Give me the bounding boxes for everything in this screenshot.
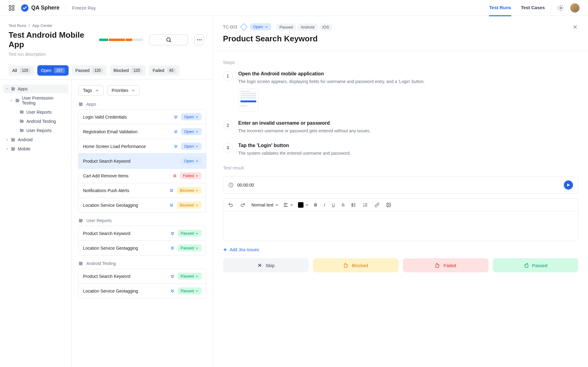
status-pill[interactable]: Open [250,23,271,30]
case-row[interactable]: Registration Email ValidationOpen [78,124,206,139]
chevron-down-icon [290,203,293,206]
filter-all[interactable]: All120 [9,65,34,76]
timer-value: 00:00:00 [237,183,254,187]
failed-button[interactable]: Failed [403,258,488,272]
result-heading: Test result [223,165,578,170]
close-button[interactable] [572,24,578,30]
tree-node[interactable]: User Reports [3,126,68,135]
case-row[interactable]: Location Service GeotaggingPassed [78,283,206,298]
divider [66,4,66,12]
case-row[interactable]: Location Service GeotaggingPassed [78,240,206,255]
filter-tabs: All120Open257Passed120Blocked120Failed43 [0,62,213,79]
priority-low-icon [174,130,178,134]
svg-point-6 [167,38,170,41]
blocked-button[interactable]: Blocked [313,258,399,272]
tag-pill[interactable]: iOS [319,24,332,31]
case-row[interactable]: Cart Add Remove ItemsFailed [78,168,206,183]
user-avatar[interactable] [570,3,579,13]
filter-passed[interactable]: Passed120 [72,65,107,76]
nav-tab-test-runs[interactable]: Test Runs [489,0,511,16]
plus-icon [223,248,227,252]
tree-node[interactable]: Android [3,135,68,144]
more-button[interactable] [194,34,204,45]
logo[interactable]: QA Sphere [21,4,59,12]
status-pill[interactable]: Blocked [177,187,202,194]
tree-node[interactable]: Mobile [3,145,68,153]
bold-button[interactable]: B [313,202,318,208]
play-icon [567,183,570,187]
status-pill[interactable]: Passed [178,230,202,237]
status-pill[interactable]: Failed [180,172,202,179]
passed-button[interactable]: Passed [493,258,579,272]
project-name[interactable]: Freeze Ray [72,5,96,10]
tree-node[interactable]: User Premission Testing [3,94,68,107]
filter-blocked[interactable]: Blocked120 [110,65,146,76]
svg-rect-2 [9,9,11,10]
group-header[interactable]: User Reports [78,218,206,223]
editor-textarea[interactable] [223,211,578,241]
svg-point-13 [352,206,352,206]
folder-tree: AppsUser Premission TestingUser ReportsA… [0,80,72,367]
undo-button[interactable] [227,201,234,209]
breadcrumb: Test Runs/App Center [9,23,204,28]
topbar: QA Sphere Freeze Ray Test RunsTest Cases [0,0,588,16]
status-pill[interactable]: Open [181,128,202,135]
skip-button[interactable]: Skip [223,258,309,272]
status-pill[interactable]: Passed [178,273,202,280]
case-row[interactable]: Home Screen Load PerformanceOpen [78,139,206,154]
priority-low-icon [170,289,175,293]
underline-button[interactable]: U [331,202,336,208]
case-row[interactable]: Login Valid CredentialsOpen [78,109,206,124]
filter-open[interactable]: Open257 [37,65,69,76]
group-header[interactable]: Apps [78,102,206,107]
color-select[interactable] [298,202,308,208]
breadcrumb-link[interactable]: Test Runs [9,23,26,28]
tree-node[interactable]: Android Testing [3,117,68,126]
breadcrumb-link[interactable]: App Center [32,23,52,28]
align-icon [283,202,288,207]
run-description: Test run description [9,52,204,57]
step-number: 3 [223,143,233,153]
step-screenshot[interactable] [238,89,258,112]
status-pill[interactable]: Open [181,157,202,165]
tag-pill[interactable]: Android [298,24,318,31]
case-row[interactable]: Product Search KeywordOpen [78,153,206,168]
detail-title: Product Search Keyword [223,34,578,44]
run-title: Test Android Mobile App [9,30,93,49]
add-jira-button[interactable]: Add Jira Issues [223,247,578,252]
settings-icon[interactable] [557,5,564,11]
priorities-filter[interactable]: Priorities [107,85,140,96]
redo-button[interactable] [239,201,247,209]
align-select[interactable] [283,202,293,207]
priority-low-icon [174,115,178,119]
status-pill[interactable]: Passed [178,287,202,294]
search-input[interactable] [149,34,188,45]
app-switcher-icon[interactable] [9,5,15,11]
chevron-down-icon [195,130,198,133]
status-pill[interactable]: Open [181,143,202,150]
text-style-select[interactable]: Normal text [251,202,278,207]
bullet-list-button[interactable] [350,202,357,208]
image-button[interactable] [385,202,392,208]
play-button[interactable] [564,180,573,190]
filter-failed[interactable]: Failed43 [149,65,179,76]
case-row[interactable]: Notifications Push AlertsBlocked [78,183,206,198]
status-pill[interactable]: Blocked [177,202,202,209]
tree-node[interactable]: Apps [3,85,68,93]
svg-rect-1 [12,6,14,7]
link-button[interactable] [374,202,380,208]
tag-pill[interactable]: Passed [277,24,296,31]
tags-filter[interactable]: Tags [78,85,104,96]
status-pill[interactable]: Passed [178,244,202,252]
group-header[interactable]: Android Testing [78,261,206,266]
case-row[interactable]: Product Search KeywordPassed [78,269,206,284]
case-row[interactable]: Location Service GeotaggingBlocked [78,198,206,213]
strike-button[interactable]: S [341,202,345,208]
italic-button[interactable]: I [323,202,326,208]
nav-tab-test-cases[interactable]: Test Cases [521,0,545,16]
status-pill[interactable]: Open [181,113,202,120]
number-list-button[interactable] [362,202,369,208]
case-row[interactable]: Product Search KeywordPassed [78,226,206,241]
tree-node[interactable]: User Reports [3,108,68,116]
chevron-down-icon [265,25,268,28]
